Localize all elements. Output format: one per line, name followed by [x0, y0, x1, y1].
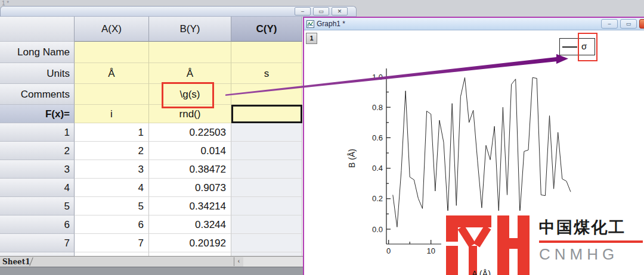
- close-button[interactable]: ✕: [332, 7, 348, 15]
- data-cell-b[interactable]: 0.38472: [149, 160, 231, 179]
- svg-text:0.2: 0.2: [372, 194, 383, 203]
- row-header-7[interactable]: 7: [0, 234, 75, 252]
- row-label-comments[interactable]: Comments: [0, 84, 75, 105]
- row-header-2[interactable]: 2: [0, 142, 75, 160]
- table-row: Comments\g(s): [0, 84, 303, 105]
- data-cell-c[interactable]: [231, 197, 302, 215]
- maximize-button[interactable]: ▭: [620, 19, 637, 29]
- data-cell-b[interactable]: 0.20192: [149, 234, 231, 252]
- label-cell-c[interactable]: [231, 84, 302, 105]
- svg-text:0: 0: [386, 246, 391, 255]
- data-cell-b[interactable]: 0.22503: [149, 123, 231, 142]
- watermark-latin-text: CNMHG: [539, 245, 618, 264]
- table-row: A(X)B(Y)C(Y): [0, 17, 303, 42]
- window-bottom-edge: [0, 267, 303, 275]
- table-row: Long Name: [0, 42, 303, 63]
- worksheet-grid: A(X)B(Y)C(Y)Long NameUnitsÅÅsComments\g(…: [0, 17, 303, 256]
- data-cell-a[interactable]: 3: [75, 160, 149, 179]
- data-cell-b[interactable]: 0.34214: [149, 197, 231, 215]
- data-cell-b[interactable]: 0.3244: [149, 215, 231, 234]
- data-cell-a[interactable]: 6: [75, 215, 149, 234]
- svg-text:0.4: 0.4: [372, 164, 383, 173]
- data-cell-c[interactable]: [231, 234, 302, 252]
- row-header-3[interactable]: 3: [0, 160, 75, 179]
- data-cell-a[interactable]: 1: [75, 123, 149, 142]
- data-cell-a[interactable]: 2: [75, 142, 149, 160]
- book-window-buttons: – ▭ ✕: [295, 7, 348, 15]
- highlight-box-comment-cell: [162, 82, 214, 108]
- data-cell-a[interactable]: 4: [75, 179, 149, 197]
- table-row: F(x)=irnd(): [0, 105, 303, 123]
- data-cell-a[interactable]: 5: [75, 197, 149, 215]
- column-header-by[interactable]: B(Y): [149, 17, 231, 42]
- legend-line-sample-icon: [562, 46, 577, 48]
- table-row: 330.38472: [0, 160, 303, 179]
- label-cell-c[interactable]: [231, 42, 302, 63]
- label-cell-a[interactable]: i: [75, 105, 149, 123]
- column-header-ax[interactable]: A(X): [75, 17, 149, 42]
- data-cell-c[interactable]: [231, 123, 302, 142]
- table-row: 220.014: [0, 142, 303, 160]
- data-cell-c[interactable]: [231, 142, 302, 160]
- row-label-longname[interactable]: Long Name: [0, 42, 75, 63]
- selected-cell-cy[interactable]: [231, 105, 302, 123]
- data-cell-c[interactable]: [231, 215, 302, 234]
- svg-text:1.0: 1.0: [372, 73, 383, 82]
- watermark: 中国煤化工 CNMHG: [441, 211, 644, 275]
- graph-window-buttons: – ▭ ✕: [601, 19, 644, 29]
- svg-text:B (Å): B (Å): [347, 149, 357, 168]
- table-row: 770.20192: [0, 234, 303, 252]
- data-cell-c[interactable]: [231, 179, 302, 197]
- label-cell-c[interactable]: s: [231, 63, 302, 84]
- label-cell-b[interactable]: Å: [149, 63, 231, 84]
- row-header-6[interactable]: 6: [0, 215, 75, 234]
- sheet-tab-bar: Sheet1 ‹: [0, 256, 303, 267]
- svg-text:0.6: 0.6: [372, 133, 383, 142]
- table-row: 110.22503: [0, 123, 303, 142]
- table-row: 440.9073: [0, 179, 303, 197]
- data-cell-b[interactable]: 0.014: [149, 142, 231, 160]
- x-axis-title: A (Å): [463, 269, 499, 275]
- watermark-chinese-text: 中国煤化工: [539, 217, 644, 238]
- row-label-units[interactable]: Units: [0, 63, 75, 84]
- data-cell-a[interactable]: 7: [75, 234, 149, 252]
- label-cell-a[interactable]: [75, 42, 149, 63]
- graph-titlebar[interactable]: Graph1 *: [304, 18, 644, 30]
- highlight-box-legend-sigma: [578, 33, 597, 61]
- origin-workspace: 1 * – ▭ ✕ A(X)B(Y)C(Y)Long NameUnitsÅÅsC…: [0, 0, 644, 275]
- watermark-logo-icon: [446, 214, 535, 275]
- row-header-1[interactable]: 1: [0, 123, 75, 142]
- row-header-4[interactable]: 4: [0, 179, 75, 197]
- data-cell-c[interactable]: [231, 160, 302, 179]
- close-button[interactable]: ✕: [639, 19, 644, 29]
- table-row: 550.34214: [0, 197, 303, 215]
- table-row: 660.3244: [0, 215, 303, 234]
- corner-header-cell[interactable]: [0, 17, 75, 42]
- tab-scroll-track[interactable]: [243, 257, 303, 267]
- data-cell-b[interactable]: 0.9073: [149, 179, 231, 197]
- label-cell-b[interactable]: [149, 42, 231, 63]
- label-cell-a[interactable]: Å: [75, 63, 149, 84]
- minimize-button[interactable]: –: [295, 7, 311, 15]
- graph-window-title: Graph1 *: [317, 20, 345, 28]
- tab-scroll-left-button[interactable]: ‹: [234, 257, 244, 266]
- graph-window-icon: [306, 20, 314, 28]
- minimize-button[interactable]: –: [601, 19, 618, 29]
- table-row: UnitsÅÅs: [0, 63, 303, 84]
- row-header-5[interactable]: 5: [0, 197, 75, 215]
- svg-text:10: 10: [426, 246, 435, 255]
- svg-text:0.8: 0.8: [372, 103, 383, 112]
- maximize-button[interactable]: ▭: [313, 7, 329, 15]
- label-cell-a[interactable]: [75, 84, 149, 105]
- watermark-underline: [539, 240, 643, 243]
- column-header-cy-selected[interactable]: C(Y): [231, 17, 302, 42]
- row-label-fx[interactable]: F(x)=: [0, 105, 75, 123]
- svg-text:0.0: 0.0: [372, 225, 383, 234]
